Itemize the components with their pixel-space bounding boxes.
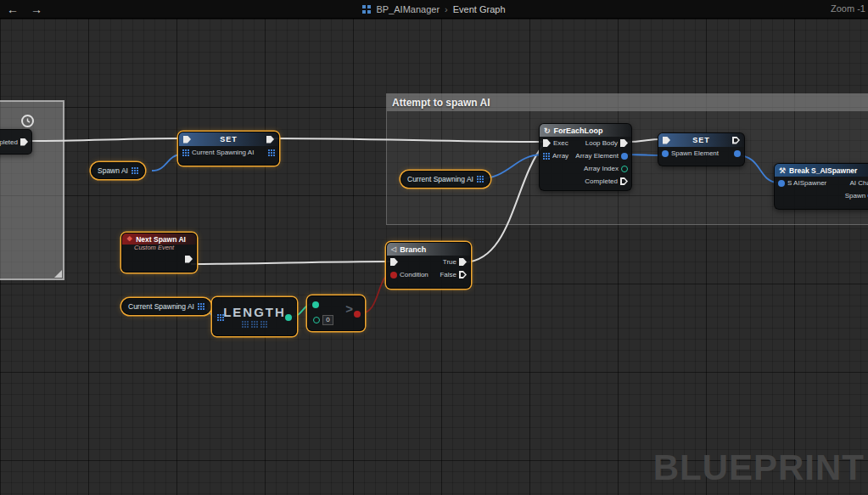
pin-label: False xyxy=(440,271,456,278)
top-bar: ← → BP_AIManager › Event Graph Zoom -1 xyxy=(0,0,868,19)
node-header: SET xyxy=(179,132,278,146)
chevron-right-icon: › xyxy=(445,4,448,14)
object-in-pin[interactable] xyxy=(778,180,785,187)
struct-icon: ⚒ xyxy=(779,166,786,175)
array-out-pin[interactable] xyxy=(477,176,484,183)
graph-canvas[interactable]: BLUEPRINT Attempt to spawn AI xyxy=(0,19,868,495)
branch-icon: ◁ xyxy=(391,245,396,253)
exec-out-pin[interactable] xyxy=(620,177,628,185)
variable-getter-current-spawning-ai[interactable]: Current Spawning AI xyxy=(400,171,490,188)
array-out-pin[interactable] xyxy=(198,303,204,310)
breadcrumb: BP_AIManager › Event Graph xyxy=(0,0,868,19)
loop-icon: ↻ xyxy=(544,127,551,135)
delay-node-fragment[interactable]: mpleted xyxy=(0,129,32,155)
node-title: LENGTH xyxy=(213,305,296,319)
pin-label: True xyxy=(443,258,456,266)
array-out-pin[interactable] xyxy=(132,167,138,174)
data-wire-spawnai-to-set xyxy=(152,155,182,171)
array-length-node[interactable]: LENGTH xyxy=(212,297,297,336)
array-watermark-icon xyxy=(213,321,296,328)
event-icon: ❖ xyxy=(126,235,132,243)
object-out-pin[interactable] xyxy=(621,153,628,160)
exec-wire-set-to-foreach xyxy=(273,138,543,142)
array-in-pin[interactable] xyxy=(543,153,550,160)
breadcrumb-root[interactable]: BP_AIManager xyxy=(376,4,440,14)
node-header: ◁ Branch xyxy=(387,243,470,256)
node-title: Next Spawn AI xyxy=(136,235,186,244)
array-in-pin[interactable] xyxy=(217,314,224,321)
int-in-pin-a[interactable] xyxy=(312,301,319,308)
exec-out-pin[interactable] xyxy=(620,139,628,147)
node-title: SET xyxy=(179,135,278,143)
zoom-indicator: Zoom -1 xyxy=(831,3,865,14)
exec-in-pin[interactable] xyxy=(390,258,398,266)
node-header: ↻ ForEachLoop xyxy=(540,124,631,137)
pin-label: Completed xyxy=(585,177,618,185)
exec-in-pin[interactable] xyxy=(543,139,551,147)
exec-wire-true-to-foreach xyxy=(465,144,544,262)
variable-getter-spawn-ai[interactable]: Spawn AI xyxy=(91,162,145,179)
int-in-pin-b[interactable] xyxy=(313,317,320,323)
exec-wire-loopbody-to-set xyxy=(627,139,662,142)
object-in-pin[interactable] xyxy=(662,150,669,157)
clock-icon xyxy=(20,114,35,128)
node-title: SET xyxy=(658,136,744,144)
array-in-pin[interactable] xyxy=(182,149,189,156)
bool-in-pin[interactable] xyxy=(390,272,397,278)
custom-event-node[interactable]: ❖ Next Spawn AI Custom Event xyxy=(121,233,197,273)
node-header: SET xyxy=(658,133,744,147)
operator-glyph: > xyxy=(345,301,353,316)
int-out-pin[interactable] xyxy=(621,166,628,172)
branch-node[interactable]: ◁ Branch True Condition False xyxy=(386,242,471,289)
data-wire-element-to-set xyxy=(627,155,662,155)
bool-out-pin[interactable] xyxy=(354,311,361,318)
pin-label: Exec xyxy=(553,139,568,147)
blueprint-icon xyxy=(362,5,371,14)
set-spawn-element-node[interactable]: SET Spawn Element xyxy=(658,132,745,166)
object-out-pin[interactable] xyxy=(734,150,741,157)
break-struct-node[interactable]: ⚒ Break S_AISpawner S AISpawner AI Chara… xyxy=(774,163,868,210)
exec-out-pin[interactable] xyxy=(20,138,28,146)
pin-label: Current Spawning AI xyxy=(192,149,254,156)
node-title: Break S_AISpawner xyxy=(789,166,857,175)
array-out-pin[interactable] xyxy=(268,149,275,156)
pin-label: Spawn Cou xyxy=(845,192,868,200)
variable-getter-current-spawning-ai-2[interactable]: Current Spawning AI xyxy=(121,298,211,315)
pin-label: Array xyxy=(552,152,568,160)
greater-than-node[interactable]: > 0 xyxy=(307,295,365,331)
default-value-field[interactable]: 0 xyxy=(322,315,333,325)
exec-true-pin[interactable] xyxy=(459,258,467,266)
pin-label: AI Charac xyxy=(849,179,868,187)
int-out-pin[interactable] xyxy=(285,314,292,321)
pin-label: Loop Body xyxy=(585,139,618,147)
exec-out-pin[interactable] xyxy=(185,256,193,263)
pin-label: S AISpawner xyxy=(787,179,826,187)
set-current-spawning-ai-node[interactable]: SET Current Spawning AI xyxy=(178,132,279,166)
pin-label: Array Index xyxy=(584,165,619,172)
breadcrumb-page[interactable]: Event Graph xyxy=(453,4,506,14)
completed-pin-label: mpleted xyxy=(0,138,18,146)
pin-label: Array Element xyxy=(575,152,619,160)
node-header: ❖ Next Spawn AI xyxy=(122,233,196,245)
pin-label: Spawn Element xyxy=(671,149,719,157)
variable-label: Current Spawning AI xyxy=(407,175,473,183)
node-subtitle: Custom Event xyxy=(122,244,196,251)
variable-label: Spawn AI xyxy=(98,166,128,175)
foreachloop-node[interactable]: ↻ ForEachLoop Exec Array Loop Body xyxy=(539,123,632,191)
exec-false-pin[interactable] xyxy=(459,271,467,278)
pin-label: Condition xyxy=(400,271,428,278)
exec-wire-event-to-branch xyxy=(191,262,390,264)
node-title: ForEachLoop xyxy=(554,127,603,135)
node-header: ⚒ Break S_AISpawner xyxy=(775,164,868,177)
variable-label: Current Spawning AI xyxy=(128,302,194,311)
blueprint-editor-window: ← → BP_AIManager › Event Graph Zoom -1 B… xyxy=(0,0,868,495)
node-title: Branch xyxy=(400,245,426,254)
exec-wire-completed-to-set xyxy=(29,138,181,141)
